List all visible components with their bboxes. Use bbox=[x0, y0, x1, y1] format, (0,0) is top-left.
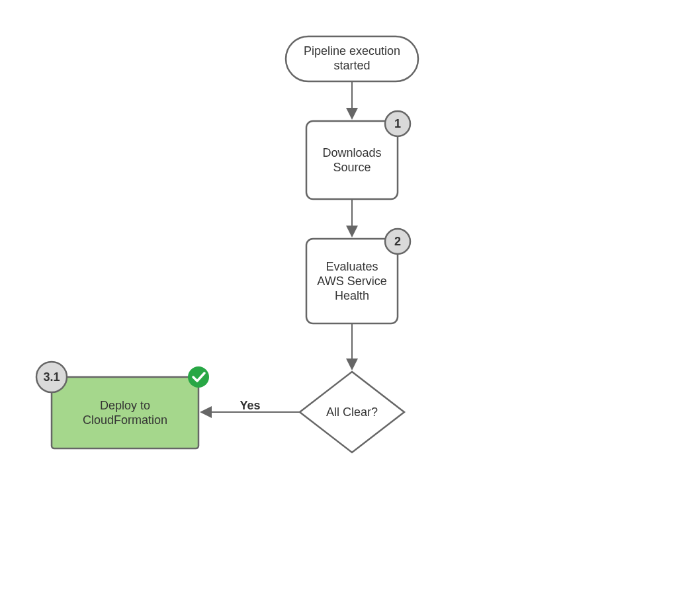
node-step2-line2: AWS Service bbox=[317, 275, 386, 288]
node-step2-badge: 2 bbox=[394, 235, 401, 248]
flowchart-canvas: Pipeline execution started Downloads Sou… bbox=[0, 0, 700, 592]
node-start: Pipeline execution started bbox=[286, 36, 418, 81]
check-icon bbox=[188, 366, 209, 388]
node-deploy-line1: Deploy to bbox=[100, 399, 150, 412]
node-deploy: Deploy to CloudFormation 3.1 bbox=[36, 362, 209, 448]
node-step1: Downloads Source 1 bbox=[306, 111, 410, 199]
node-decision: All Clear? bbox=[300, 372, 404, 452]
node-deploy-badge: 3.1 bbox=[43, 370, 60, 384]
node-step1-line2: Source bbox=[333, 161, 371, 174]
node-step2-line1: Evaluates bbox=[326, 260, 378, 273]
node-decision-label: All Clear? bbox=[326, 405, 378, 419]
node-step2: Evaluates AWS Service Health 2 bbox=[306, 229, 410, 323]
node-step1-line1: Downloads bbox=[322, 146, 381, 159]
node-step2-line3: Health bbox=[335, 289, 369, 302]
svg-point-8 bbox=[188, 366, 209, 388]
node-start-line1: Pipeline execution bbox=[304, 44, 400, 58]
node-step1-badge: 1 bbox=[394, 117, 401, 130]
node-start-line2: started bbox=[333, 59, 370, 72]
edge-label-yes: Yes bbox=[240, 399, 260, 412]
node-deploy-line2: CloudFormation bbox=[83, 413, 167, 427]
